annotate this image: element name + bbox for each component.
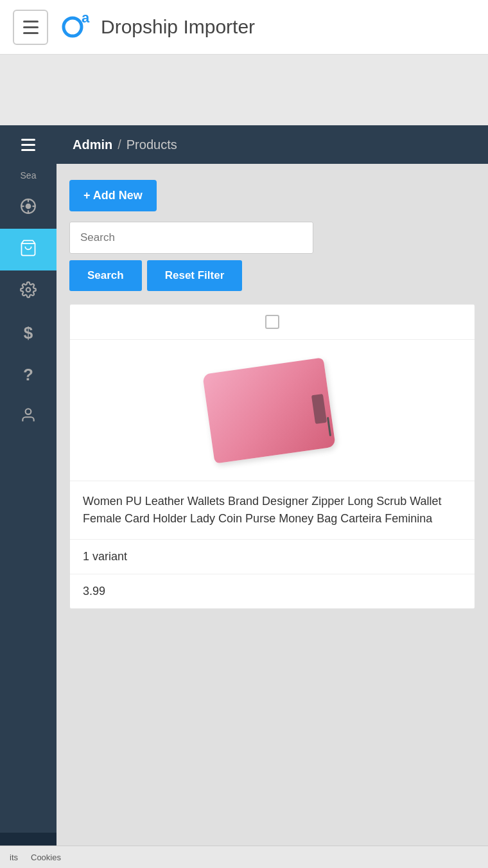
product-title: Women PU Leather Wallets Brand Designer …: [83, 493, 462, 527]
svg-point-9: [26, 287, 31, 292]
search-input[interactable]: [69, 222, 313, 254]
app-logo-icon: a: [61, 11, 93, 43]
breadcrumb-bar: Admin / Products: [57, 125, 488, 164]
svg-text:a: a: [82, 11, 90, 26]
sidebar-item-products[interactable]: [0, 229, 57, 270]
product-price-row: 3.99: [70, 574, 475, 608]
footer-item2: Cookies: [31, 853, 61, 862]
search-area: Search Reset Filter: [69, 222, 475, 291]
sidebar-item-pricing[interactable]: $: [0, 312, 57, 354]
sidebar-item-settings[interactable]: [0, 270, 57, 312]
product-title-row: Women PU Leather Wallets Brand Designer …: [70, 481, 475, 540]
sidebar-search-label: Sea: [21, 164, 37, 187]
top-header: a Dropship Importer: [0, 0, 488, 55]
product-variant-row: 1 variant: [70, 540, 475, 574]
hamburger-menu-button[interactable]: [13, 10, 48, 45]
user-icon: [20, 407, 37, 427]
product-select-checkbox[interactable]: [265, 315, 279, 329]
product-card: Women PU Leather Wallets Brand Designer …: [69, 304, 475, 609]
sidebar-hamburger-icon: [21, 139, 35, 151]
search-button[interactable]: Search: [69, 260, 142, 291]
product-price: 3.99: [83, 585, 105, 598]
logo-area: a Dropship Importer: [61, 11, 255, 43]
help-icon: ?: [23, 365, 33, 385]
svg-point-10: [26, 409, 31, 414]
product-image-row: [70, 340, 475, 481]
search-buttons: Search Reset Filter: [69, 260, 475, 291]
reset-filter-button[interactable]: Reset Filter: [147, 260, 243, 291]
sidebar: Sea: [0, 125, 57, 868]
content-area: Admin / Products + Add New Search Reset …: [57, 125, 488, 868]
breadcrumb-separator: /: [118, 137, 121, 152]
svg-point-0: [64, 18, 82, 36]
sidebar-item-account[interactable]: [0, 396, 57, 438]
footer-item1: its: [10, 853, 18, 862]
product-image: [208, 359, 336, 462]
svg-point-3: [26, 203, 31, 209]
gear-icon: [20, 281, 37, 302]
main-layout: Sea: [0, 125, 488, 868]
cart-icon: [19, 239, 37, 261]
top-spacer: [0, 55, 488, 125]
breadcrumb-admin: Admin: [73, 137, 112, 152]
sidebar-item-dashboard[interactable]: [0, 187, 57, 229]
content-inner: + Add New Search Reset Filter: [57, 164, 488, 625]
sidebar-nav-header[interactable]: [0, 125, 57, 164]
product-checkbox-row: [70, 305, 475, 340]
breadcrumb-products: Products: [126, 137, 177, 152]
dashboard-icon: [20, 198, 37, 218]
footer-bar: its Cookies: [0, 846, 488, 868]
product-variant-label: 1 variant: [83, 550, 127, 563]
add-new-button[interactable]: + Add New: [69, 180, 157, 211]
dollar-icon: $: [24, 323, 33, 343]
sidebar-item-help[interactable]: ?: [0, 354, 57, 396]
app-title: Dropship Importer: [101, 16, 255, 38]
